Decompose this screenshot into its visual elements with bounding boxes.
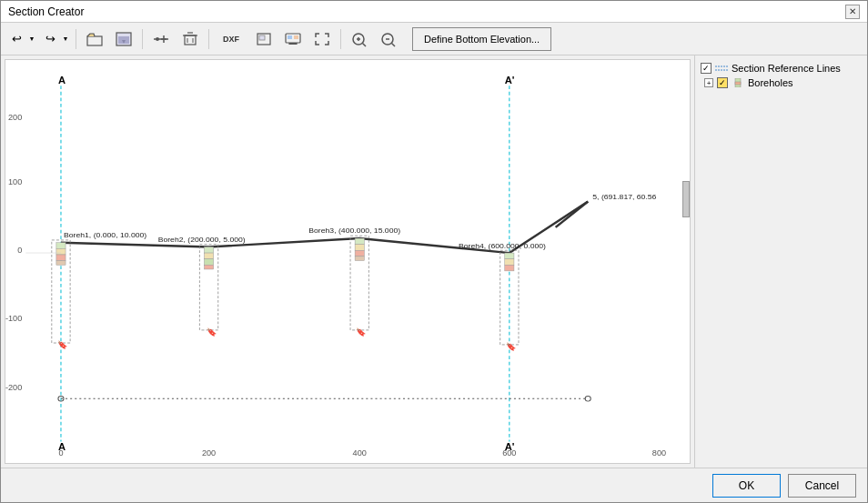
fit-to-window-button[interactable] <box>309 26 335 52</box>
delete-point-button[interactable] <box>177 26 203 52</box>
open-button[interactable] <box>82 26 107 52</box>
redo-button[interactable]: ↪ <box>40 27 60 51</box>
canvas-svg: 200 100 0 -100 -200 0 200 400 600 800 A … <box>5 60 690 463</box>
ok-button[interactable]: OK <box>712 474 781 498</box>
svg-point-46 <box>585 396 590 401</box>
separator-3 <box>208 29 209 49</box>
svg-rect-49 <box>56 243 66 249</box>
svg-rect-16 <box>289 43 297 45</box>
svg-rect-80 <box>735 82 741 85</box>
tree-item-section-reference-lines[interactable]: ✓ Section Reference Lines <box>699 61 863 75</box>
svg-rect-65 <box>355 250 364 257</box>
svg-text:🔖: 🔖 <box>356 327 367 337</box>
svg-rect-8 <box>185 35 196 45</box>
svg-text:200: 200 <box>8 113 22 122</box>
svg-rect-66 <box>355 257 364 261</box>
svg-rect-70 <box>505 253 514 259</box>
close-button[interactable]: ✕ <box>845 5 860 19</box>
svg-rect-63 <box>355 238 364 245</box>
svg-text:A': A' <box>505 441 515 452</box>
svg-text:-100: -100 <box>5 315 22 324</box>
svg-text:100: 100 <box>8 177 22 186</box>
undo-dropdown-arrow[interactable]: ▼ <box>27 27 36 51</box>
right-panel: ✓ Section Reference Lines + ✓ Boreholes <box>694 55 867 468</box>
svg-rect-20 <box>294 35 298 39</box>
svg-rect-59 <box>204 265 213 269</box>
svg-text:🔖: 🔖 <box>506 341 517 352</box>
section-reference-lines-label: Section Reference Lines <box>732 63 841 74</box>
svg-text:-200: -200 <box>5 383 22 392</box>
svg-text:800: 800 <box>652 449 666 458</box>
redo-dropdown-arrow[interactable]: ▼ <box>61 27 70 51</box>
separator-4 <box>340 29 341 49</box>
svg-text:Boreh3, (400.000, 15.000): Boreh3, (400.000, 15.000) <box>308 226 400 236</box>
svg-line-47 <box>556 202 589 227</box>
svg-rect-58 <box>204 259 213 266</box>
section-reference-lines-icon <box>715 64 728 73</box>
boreholes-expand-btn[interactable]: + <box>704 78 713 87</box>
svg-text:🔖: 🔖 <box>207 327 217 337</box>
svg-line-24 <box>363 43 367 46</box>
canvas-area[interactable]: 200 100 0 -100 -200 0 200 400 600 800 A … <box>5 59 691 464</box>
svg-rect-71 <box>505 259 514 266</box>
svg-text:🔖: 🔖 <box>57 339 68 350</box>
boreholes-label: Boreholes <box>748 77 793 88</box>
svg-text:200: 200 <box>202 449 216 458</box>
svg-text:A: A <box>58 75 66 86</box>
svg-text:0: 0 <box>17 246 22 255</box>
svg-text:A': A' <box>505 75 515 86</box>
main-window: Section Creator ✕ ↩ ▼ ↪ ▼ <box>0 0 868 503</box>
define-bottom-elevation-button[interactable]: Define Bottom Elevation... <box>412 27 551 51</box>
save-image-button[interactable] <box>111 26 136 52</box>
svg-rect-19 <box>288 35 292 39</box>
svg-rect-64 <box>355 245 364 251</box>
svg-text:400: 400 <box>353 449 367 458</box>
right-scroll-handle[interactable] <box>682 181 690 217</box>
svg-text:A: A <box>58 441 66 452</box>
main-area: 200 100 0 -100 -200 0 200 400 600 800 A … <box>1 55 867 468</box>
redo-group: ↪ ▼ <box>40 26 70 52</box>
cancel-button[interactable]: Cancel <box>788 474 856 498</box>
svg-rect-72 <box>505 265 514 271</box>
separator-2 <box>142 29 143 49</box>
toolbar: ↩ ▼ ↪ ▼ DXF <box>1 23 867 55</box>
svg-text:Boreh4, (600.000, 0.000): Boreh4, (600.000, 0.000) <box>459 242 546 251</box>
title-bar-left: Section Creator <box>8 5 84 18</box>
display-button[interactable] <box>280 26 306 52</box>
boreholes-icon <box>732 78 744 87</box>
svg-text:Boreh2, (200.000, 5.000): Boreh2, (200.000, 5.000) <box>158 235 246 244</box>
svg-rect-50 <box>56 248 66 255</box>
svg-rect-0 <box>87 36 102 45</box>
zoom-out-button[interactable] <box>376 26 401 52</box>
section-reference-lines-checkbox[interactable]: ✓ <box>701 63 712 74</box>
footer-bar: OK Cancel <box>1 468 867 502</box>
boreholes-checkbox[interactable]: ✓ <box>717 77 728 88</box>
svg-rect-14 <box>259 35 265 40</box>
zoom-in-button[interactable] <box>347 26 372 52</box>
separator-1 <box>76 29 76 49</box>
undo-button[interactable]: ↩ <box>6 27 26 51</box>
svg-rect-56 <box>204 246 213 253</box>
window-title: Section Creator <box>8 5 84 18</box>
undo-group: ↩ ▼ <box>6 26 36 52</box>
svg-text:Boreh1, (0.000, 10.000): Boreh1, (0.000, 10.000) <box>64 230 146 239</box>
svg-text:5, (691.817, 60.56: 5, (691.817, 60.56 <box>592 192 656 201</box>
svg-rect-57 <box>204 253 213 259</box>
dxf-button[interactable]: DXF <box>215 26 247 52</box>
title-bar: Section Creator ✕ <box>1 1 867 23</box>
add-point-button[interactable] <box>148 26 174 52</box>
svg-line-27 <box>392 43 396 46</box>
svg-rect-52 <box>56 261 66 266</box>
export-button[interactable] <box>251 26 277 52</box>
tree-item-boreholes[interactable]: + ✓ Boreholes <box>699 75 863 90</box>
svg-point-5 <box>156 37 159 41</box>
svg-rect-51 <box>56 255 66 261</box>
